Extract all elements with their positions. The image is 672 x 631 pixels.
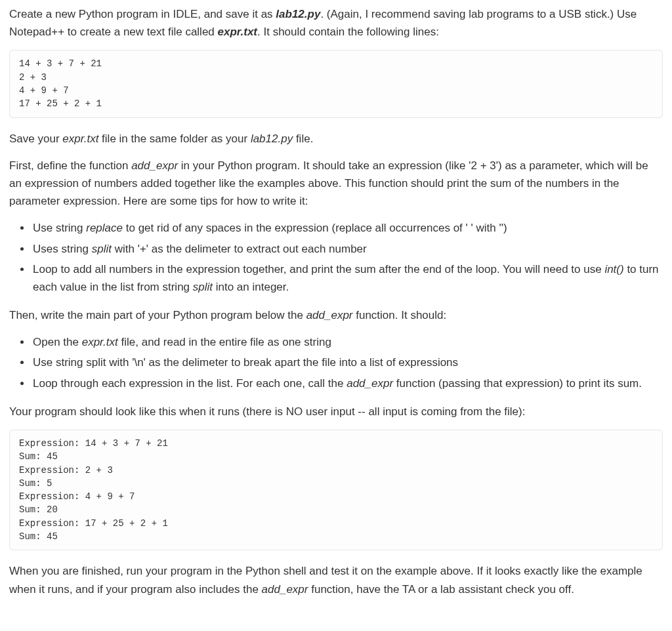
list-item: Loop through each expression in the list… <box>32 375 663 392</box>
filename-expr: expr.txt <box>62 132 98 145</box>
text: . It should contain the following lines: <box>257 26 439 38</box>
list-item: Uses string split with '+' as the delime… <box>32 240 663 258</box>
intro-paragraph: Create a new Python program in IDLE, and… <box>9 5 663 41</box>
code-block-output: Expression: 14 + 3 + 7 + 21 Sum: 45 Expr… <box>9 430 663 550</box>
main-part-paragraph: Then, write the main part of your Python… <box>9 306 663 324</box>
filename-expr: expr.txt <box>218 26 257 38</box>
text: Use string split with '\n' as the delime… <box>33 356 458 369</box>
keyword-replace: replace <box>86 222 123 234</box>
text: First, define the function <box>9 159 131 172</box>
keyword-int: int() <box>604 263 623 275</box>
function-name: add_expr <box>306 309 353 321</box>
keyword-split: split <box>193 281 213 293</box>
define-function-paragraph: First, define the function add_expr in y… <box>9 157 663 211</box>
text: file. <box>293 132 313 145</box>
filename-expr: expr.txt <box>82 336 118 348</box>
text: Then, write the main part of your Python… <box>9 309 306 321</box>
function-name: add_expr <box>131 159 178 172</box>
text: file in the same folder as your <box>98 132 251 145</box>
keyword-split: split <box>92 243 112 255</box>
text: Open the <box>33 336 82 348</box>
text: into an integer. <box>213 281 289 293</box>
text: function. It should: <box>353 309 447 321</box>
text: Create a new Python program in IDLE, and… <box>9 8 276 20</box>
tips-list: Use string replace to get rid of any spa… <box>9 219 663 296</box>
filename-lab12: lab12.py <box>251 132 293 145</box>
function-name: add_expr <box>346 377 393 390</box>
text: Uses string <box>33 243 92 255</box>
main-steps-list: Open the expr.txt file, and read in the … <box>9 333 663 392</box>
save-paragraph: Save your expr.txt file in the same fold… <box>9 130 663 148</box>
output-intro-paragraph: Your program should look like this when … <box>9 403 663 420</box>
text: to get rid of any spaces in the expressi… <box>123 222 507 234</box>
function-name: add_expr <box>262 583 308 596</box>
list-item: Use string split with '\n' as the delime… <box>32 354 663 371</box>
filename-lab12: lab12.py <box>276 8 320 20</box>
text: function (passing that expression) to pr… <box>393 377 642 390</box>
list-item: Loop to add all numbers in the expressio… <box>32 260 663 296</box>
text: Loop through each expression in the list… <box>33 377 346 390</box>
text: Use string <box>33 222 86 234</box>
text: Loop to add all numbers in the expressio… <box>33 263 604 275</box>
text: with '+' as the delimeter to extract out… <box>112 243 367 255</box>
list-item: Open the expr.txt file, and read in the … <box>32 333 663 351</box>
closing-paragraph: When you are finished, run your program … <box>9 562 663 598</box>
text: Save your <box>9 132 62 145</box>
list-item: Use string replace to get rid of any spa… <box>32 219 663 237</box>
text: function, have the TA or a lab assistant… <box>308 583 574 596</box>
text: file, and read in the entire file as one… <box>118 336 331 348</box>
code-block-expr-contents: 14 + 3 + 7 + 21 2 + 3 4 + 9 + 7 17 + 25 … <box>9 50 663 117</box>
